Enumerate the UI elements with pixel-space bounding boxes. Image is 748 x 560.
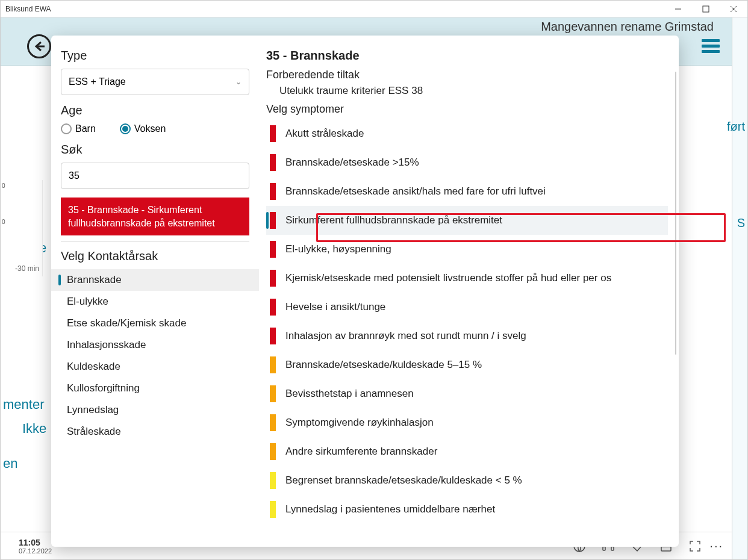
arrow-left-icon [33, 40, 46, 53]
contact-reason-list: BrannskadeEl-ulykkeEtse skade/Kjemisk sk… [51, 269, 259, 443]
symptom-label: Kjemisk/etseskade med potensielt livstru… [285, 272, 611, 284]
priority-bar-yellow [270, 472, 276, 489]
priority-bar-red [270, 270, 276, 287]
svg-rect-1 [703, 6, 709, 12]
radio-label: Voksen [134, 123, 166, 134]
radio-label: Barn [75, 123, 96, 134]
symptom-list: Akutt stråleskadeBrannskade/etseskade >1… [266, 119, 668, 524]
symptom-label: El-ulykke, høyspenning [285, 243, 391, 255]
expand-icon[interactable] [688, 539, 702, 553]
symptom-label: Andre sirkumferente brannskader [285, 446, 437, 458]
triage-modal: Type ESS + Triage ⌄ Age Barn Voksen Søk [51, 36, 679, 547]
app-window: Bliksund EWA Mangevannen rename Grimstad… [0, 0, 748, 560]
bg-text: Ikke [22, 421, 46, 437]
symptom-item[interactable]: Brannskade/etseskade >15% [266, 148, 668, 177]
bg-text: S [737, 216, 745, 230]
menu-button[interactable] [702, 37, 720, 55]
window-maximize-button[interactable] [692, 1, 720, 17]
symptom-label: Velg symptomer [266, 103, 668, 116]
priority-bar-red [270, 212, 276, 229]
type-select[interactable]: ESS + Triage ⌄ [61, 69, 249, 95]
symptom-item[interactable]: Begrenset brannskade/etseskade/kuldeskad… [266, 466, 668, 495]
priority-bar-red [270, 154, 276, 171]
modal-left-panel: Type ESS + Triage ⌄ Age Barn Voksen Søk [51, 36, 259, 547]
age-radio-voksen[interactable]: Voksen [120, 123, 166, 134]
symptom-label: Symptomgivende røykinhalasjon [285, 417, 434, 429]
window-close-button[interactable] [720, 1, 747, 17]
right-side-panel: ført S [732, 17, 747, 559]
contact-reason-item[interactable]: El-ulykke [51, 291, 259, 313]
symptom-item[interactable]: Brannskade/etseskade ansikt/hals med far… [266, 177, 668, 206]
symptom-item[interactable]: Bevissthetstap i anamnesen [266, 379, 668, 408]
scrollbar[interactable] [675, 72, 676, 355]
symptom-label: Sirkumferent fullhudsbrannskade på ekstr… [285, 214, 502, 226]
symptom-item[interactable]: Hevelse i ansikt/tunge [266, 293, 668, 322]
prep-item[interactable]: Utelukk traume kriterier ESS 38 [279, 85, 668, 97]
prep-label: Forberedende tiltak [266, 69, 668, 81]
symptom-label: Bevissthetstap i anamnesen [285, 388, 414, 400]
result-label: 35 - Brannskade - Sirkumferent fullhudsb… [68, 205, 215, 228]
type-select-value: ESS + Triage [69, 76, 126, 87]
symptom-item[interactable]: Andre sirkumferente brannskader [266, 437, 668, 466]
titlebar: Bliksund EWA [1, 1, 747, 17]
contact-reason-item[interactable]: Lynnedslag [51, 399, 259, 421]
contact-reason-item[interactable]: Kullosforgiftning [51, 378, 259, 399]
clock-date: 07.12.2022 [19, 547, 52, 555]
symptom-item[interactable]: Kjemisk/etseskade med potensielt livstru… [266, 264, 668, 293]
age-radio-barn[interactable]: Barn [61, 123, 96, 134]
contact-reason-item[interactable]: Kuldeskade [51, 356, 259, 378]
priority-bar-red [270, 299, 276, 316]
back-button[interactable] [27, 34, 51, 58]
priority-bar-red [270, 241, 276, 258]
symptom-label: Lynnedslag i pasientenes umiddelbare nær… [285, 503, 495, 515]
window-minimize-button[interactable] [664, 1, 692, 17]
symptom-item[interactable]: Brannskade/etseskade/kuldeskade 5–15 % [266, 350, 668, 379]
priority-bar-orange [270, 356, 276, 373]
symptom-label: Brannskade/etseskade ansikt/hals med far… [285, 185, 546, 198]
symptom-item[interactable]: Akutt stråleskade [266, 119, 668, 148]
priority-bar-red [270, 125, 276, 142]
contact-reason-label: Velg Kontaktårsak [61, 249, 259, 263]
svg-rect-7 [611, 547, 614, 550]
bg-text: menter [3, 397, 44, 412]
symptom-label: Hevelse i ansikt/tunge [285, 301, 385, 313]
symptom-label: Inhalasjon av brannrøyk med sot rundt mu… [285, 330, 526, 342]
page-header-text: Mangevannen rename Grimstad [541, 20, 714, 34]
contact-reason-item[interactable]: Inhalasjonsskade [51, 334, 259, 356]
modal-right-panel: 35 - Brannskade Forberedende tiltak Utel… [259, 36, 679, 547]
detail-title: 35 - Brannskade [266, 49, 668, 63]
symptom-item[interactable]: Symptomgivende røykinhalasjon [266, 408, 668, 437]
chevron-down-icon: ⌄ [235, 78, 242, 86]
symptom-label: Brannskade/etseskade/kuldeskade 5–15 % [285, 359, 482, 371]
priority-bar-red [270, 328, 276, 344]
priority-bar-orange [270, 385, 276, 402]
svg-rect-6 [603, 547, 605, 550]
bg-text: ført [727, 120, 745, 134]
symptom-item[interactable]: Inhalasjon av brannrøyk med sot rundt mu… [266, 322, 668, 350]
divider [61, 241, 249, 242]
contact-reason-item[interactable]: Brannskade [51, 269, 259, 291]
bg-chart-axis: 0 0 -30 min [1, 180, 43, 276]
bg-text: en [3, 456, 17, 471]
search-result-item[interactable]: 35 - Brannskade - Sirkumferent fullhudsb… [61, 198, 249, 235]
clock-time: 11:05 [19, 538, 52, 547]
symptom-label: Akutt stråleskade [285, 128, 364, 140]
priority-bar-orange [270, 414, 276, 431]
radio-icon [61, 123, 72, 134]
age-label: Age [61, 104, 259, 117]
priority-bar-yellow [270, 501, 276, 518]
symptom-item[interactable]: El-ulykke, høyspenning [266, 235, 668, 264]
priority-bar-orange [270, 443, 276, 460]
app-title: Bliksund EWA [5, 5, 51, 13]
more-menu-button[interactable]: ··· [709, 539, 723, 553]
symptom-label: Brannskade/etseskade >15% [285, 157, 419, 169]
search-input[interactable] [61, 163, 249, 189]
contact-reason-item[interactable]: Etse skade/Kjemisk skade [51, 313, 259, 334]
symptom-item[interactable]: Lynnedslag i pasientenes umiddelbare nær… [266, 495, 668, 524]
contact-reason-item[interactable]: Stråleskade [51, 421, 259, 443]
radio-icon [120, 123, 131, 134]
search-label: Søk [61, 143, 259, 157]
symptom-label: Begrenset brannskade/etseskade/kuldeskad… [285, 474, 522, 487]
symptom-item[interactable]: Sirkumferent fullhudsbrannskade på ekstr… [266, 206, 668, 235]
type-label: Type [61, 49, 259, 63]
